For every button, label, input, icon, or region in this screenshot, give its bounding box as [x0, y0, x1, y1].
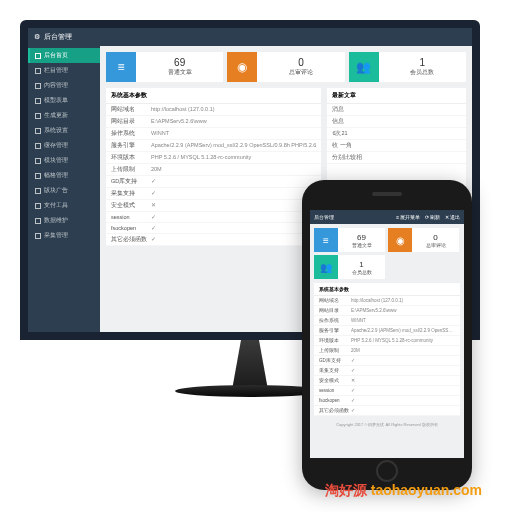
sidebar-item-6[interactable]: 缓存管理 [28, 138, 100, 153]
mobile-footer: Copyright 2017 © 织梦无忧 All Rights Reserve… [310, 420, 464, 429]
info-key: session [111, 214, 151, 220]
sidebar-label: 版块广告 [44, 186, 68, 195]
info-row-6: GD库支持✓ [314, 356, 460, 366]
sidebar-item-1[interactable]: 栏目管理 [28, 63, 100, 78]
checkbox-icon [35, 203, 41, 209]
sidebar-label: 采集管理 [44, 231, 68, 240]
info-key: 采集支持 [319, 368, 351, 373]
sidebar-item-12[interactable]: 采集管理 [28, 228, 100, 243]
info-value: ✕ [151, 202, 316, 209]
sidebar-item-11[interactable]: 数据维护 [28, 213, 100, 228]
sidebar-item-5[interactable]: 系统设置 [28, 123, 100, 138]
menu-refresh[interactable]: ⟳ 刷新 [425, 214, 440, 220]
info-value: PHP 5.2.6 / MYSQL 5.1.28-rc-community [151, 154, 316, 161]
stat-icon: ◉ [388, 228, 412, 252]
info-row-9: session✓ [314, 386, 460, 396]
info-row-9: session✓ [106, 212, 321, 223]
recent-item-0[interactable]: 消息 [327, 104, 466, 116]
sidebar: 后台首页栏目管理内容管理模型表单生成更新系统设置缓存管理模块管理幅格管理版块广告… [28, 46, 100, 332]
info-value: ✓ [151, 225, 316, 231]
stat-text: 69普通文章 [136, 57, 223, 77]
info-value: ✓ [351, 368, 455, 373]
mobile-topbar: 后台管理 ≡ 展开菜单 ⟳ 刷新 ✕ 退出 [310, 210, 464, 224]
info-row-5: 上传限制20M [106, 164, 321, 176]
mobile-title: 后台管理 [314, 214, 334, 220]
sidebar-item-0[interactable]: 后台首页 [28, 48, 100, 63]
info-row-0: 网站域名http://localhost (127.0.0.1) [106, 104, 321, 116]
info-key: 网站目录 [111, 118, 151, 125]
mobile-stat-1[interactable]: ◉0总审评论 [388, 228, 459, 252]
info-row-1: 网站目录E:\APMServ5.2.6\www [106, 116, 321, 128]
info-key: 其它必须函数 [319, 408, 351, 413]
stat-text: 69普通文章 [338, 233, 385, 248]
stat-card-2[interactable]: 👥1会员总数 [349, 52, 466, 82]
checkbox-icon [35, 188, 41, 194]
sidebar-label: 内容管理 [44, 81, 68, 90]
info-value: http://localhost (127.0.0.1) [351, 298, 455, 303]
checkbox-icon [35, 98, 41, 104]
sidebar-item-2[interactable]: 内容管理 [28, 78, 100, 93]
info-key: 网站域名 [319, 298, 351, 303]
info-key: 环境版本 [319, 338, 351, 343]
info-value: http://localhost (127.0.0.1) [151, 106, 316, 113]
mobile-stat-2[interactable]: 👥1会员总数 [314, 255, 385, 279]
stat-text: 1会员总数 [379, 57, 466, 77]
sidebar-item-10[interactable]: 支付工具 [28, 198, 100, 213]
sidebar-label: 后台首页 [44, 51, 68, 60]
recent-item-4[interactable]: 分别比较相 [327, 152, 466, 164]
menu-expand[interactable]: ≡ 展开菜单 [396, 214, 420, 220]
info-value: ✓ [151, 178, 316, 185]
info-row-6: GD库支持✓ [106, 176, 321, 188]
info-row-0: 网站域名http://localhost (127.0.0.1) [314, 296, 460, 306]
sidebar-label: 栏目管理 [44, 66, 68, 75]
info-key: 采集支持 [111, 190, 151, 197]
info-value: WINNT [151, 130, 316, 137]
stat-icon: ≡ [314, 228, 338, 252]
gear-icon: ⚙ [34, 33, 40, 41]
mobile-sysinfo-title: 系统基本参数 [314, 283, 460, 296]
sidebar-item-7[interactable]: 模块管理 [28, 153, 100, 168]
sidebar-label: 模块管理 [44, 156, 68, 165]
stat-card-1[interactable]: ◉0总审评论 [227, 52, 344, 82]
info-key: session [319, 388, 351, 393]
mobile-stats: ≡69普通文章◉0总审评论👥1会员总数 [310, 224, 464, 283]
sidebar-label: 缓存管理 [44, 141, 68, 150]
info-key: 安全模式 [319, 378, 351, 383]
recent-item-1[interactable]: 信息 [327, 116, 466, 128]
info-value: E:\APMServ5.2.6\www [151, 118, 316, 125]
info-row-10: fsockopen✓ [106, 223, 321, 234]
sidebar-label: 生成更新 [44, 111, 68, 120]
info-value: ✓ [351, 408, 455, 413]
info-value: E:\APMServ5.2.6\www [351, 308, 455, 313]
mobile-menu: ≡ 展开菜单 ⟳ 刷新 ✕ 退出 [393, 214, 460, 220]
stats-row: ≡69普通文章◉0总审评论👥1会员总数 [106, 52, 466, 82]
info-key: 网站目录 [319, 308, 351, 313]
sidebar-item-3[interactable]: 模型表单 [28, 93, 100, 108]
stat-icon: ◉ [227, 52, 257, 82]
menu-exit[interactable]: ✕ 退出 [445, 214, 460, 220]
info-value: 20M [351, 348, 455, 353]
stat-text: 1会员总数 [338, 260, 385, 275]
sidebar-label: 幅格管理 [44, 171, 68, 180]
info-key: fsockopen [319, 398, 351, 403]
info-value: ✓ [151, 236, 316, 243]
app-title: 后台管理 [44, 32, 72, 42]
info-key: 操作系统 [111, 130, 151, 137]
recent-item-2[interactable]: 6次21 [327, 128, 466, 140]
sidebar-item-4[interactable]: 生成更新 [28, 108, 100, 123]
sidebar-item-9[interactable]: 版块广告 [28, 183, 100, 198]
stat-icon: 👥 [314, 255, 338, 279]
info-value: ✕ [351, 378, 455, 383]
stat-card-0[interactable]: ≡69普通文章 [106, 52, 223, 82]
mobile-stat-0[interactable]: ≡69普通文章 [314, 228, 385, 252]
info-row-3: 服务引擎Apache/2.2.9 (APMServ) mod_ssl/2.2.9… [314, 326, 460, 336]
info-key: fsockopen [111, 225, 151, 231]
info-key: 其它必须函数 [111, 236, 151, 243]
checkbox-icon [35, 173, 41, 179]
info-value: Apache/2.2.9 (APMServ) mod_ssl/2.2.9 Ope… [351, 328, 455, 333]
recent-item-3[interactable]: 收 一角 [327, 140, 466, 152]
sidebar-item-8[interactable]: 幅格管理 [28, 168, 100, 183]
info-row-8: 安全模式✕ [314, 376, 460, 386]
info-value: 20M [151, 166, 316, 173]
info-key: GD库支持 [319, 358, 351, 363]
